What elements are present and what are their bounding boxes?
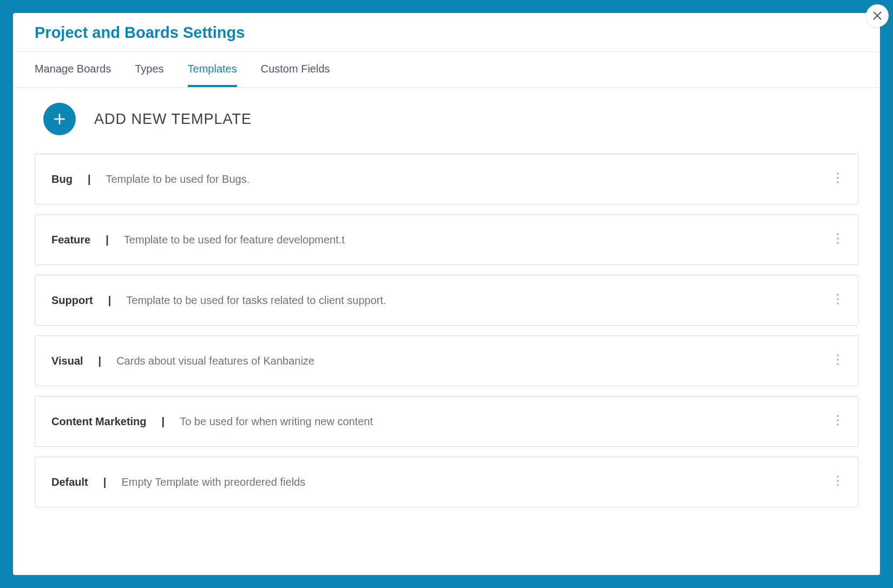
tab-types[interactable]: Types: [135, 52, 163, 87]
separator: |: [103, 476, 107, 488]
template-name: Support: [51, 294, 93, 307]
svg-point-11: [837, 363, 839, 365]
separator: |: [106, 234, 109, 246]
template-info: Support | Template to be used for tasks …: [51, 294, 386, 307]
svg-point-15: [837, 475, 839, 478]
svg-point-17: [837, 484, 839, 486]
template-row[interactable]: Feature | Template to be used for featur…: [35, 214, 858, 265]
tab-custom-fields[interactable]: Custom Fields: [261, 52, 330, 87]
separator: |: [99, 355, 102, 367]
modal-header: Project and Boards Settings: [13, 13, 880, 52]
close-icon: [871, 10, 883, 22]
svg-point-6: [837, 294, 839, 296]
close-button[interactable]: [866, 4, 889, 27]
template-row[interactable]: Default | Empty Template with preordered…: [35, 457, 858, 507]
template-name: Feature: [51, 234, 90, 246]
template-info: Bug | Template to be used for Bugs.: [51, 173, 249, 186]
more-icon: [836, 293, 839, 306]
add-template-button[interactable]: [43, 103, 76, 135]
template-more-button[interactable]: [834, 169, 842, 189]
template-list: Bug | Template to be used for Bugs. Feat…: [35, 154, 858, 507]
svg-point-12: [837, 415, 839, 417]
svg-point-8: [837, 302, 839, 305]
template-description: Cards about visual features of Kanbanize: [116, 355, 314, 367]
more-icon: [836, 474, 839, 487]
template-more-button[interactable]: [834, 412, 842, 431]
separator: |: [162, 415, 165, 428]
more-icon: [836, 414, 839, 427]
separator: |: [88, 173, 91, 186]
svg-point-13: [837, 419, 839, 421]
more-icon: [836, 232, 839, 245]
page-title: Project and Boards Settings: [35, 24, 858, 42]
tabs-bar: Manage Boards Types Templates Custom Fie…: [13, 52, 880, 88]
svg-point-3: [837, 233, 839, 235]
plus-icon: [52, 112, 67, 126]
template-more-button[interactable]: [834, 230, 842, 249]
template-more-button[interactable]: [834, 290, 842, 310]
svg-point-0: [837, 173, 839, 175]
tab-content: ADD NEW TEMPLATE Bug | Template to be us…: [13, 88, 880, 529]
tab-templates[interactable]: Templates: [188, 52, 237, 87]
svg-point-1: [837, 177, 839, 179]
more-icon: [836, 353, 839, 366]
template-row[interactable]: Visual | Cards about visual features of …: [35, 335, 858, 386]
add-template-row: ADD NEW TEMPLATE: [43, 103, 858, 135]
template-more-button[interactable]: [834, 472, 842, 492]
tab-manage-boards[interactable]: Manage Boards: [35, 52, 111, 87]
template-info: Content Marketing | To be used for when …: [51, 415, 373, 428]
separator: |: [108, 294, 111, 307]
template-row[interactable]: Bug | Template to be used for Bugs.: [35, 154, 858, 204]
svg-point-4: [837, 237, 839, 240]
template-description: Template to be used for Bugs.: [106, 173, 250, 186]
template-name: Visual: [51, 355, 83, 367]
template-row[interactable]: Content Marketing | To be used for when …: [35, 396, 858, 447]
template-info: Feature | Template to be used for featur…: [51, 234, 345, 246]
settings-modal: Project and Boards Settings Manage Board…: [13, 13, 880, 575]
template-info: Visual | Cards about visual features of …: [51, 355, 314, 367]
svg-point-7: [837, 298, 839, 300]
template-info: Default | Empty Template with preordered…: [51, 476, 305, 488]
template-more-button[interactable]: [834, 351, 842, 371]
template-name: Default: [51, 476, 88, 488]
template-name: Bug: [51, 173, 73, 186]
template-row[interactable]: Support | Template to be used for tasks …: [35, 275, 858, 326]
template-description: Template to be used for feature developm…: [124, 234, 345, 246]
svg-point-16: [837, 480, 839, 482]
more-icon: [836, 171, 839, 184]
svg-point-10: [837, 359, 839, 361]
svg-point-9: [837, 354, 839, 356]
template-name: Content Marketing: [51, 415, 147, 428]
svg-point-2: [837, 181, 839, 183]
svg-point-14: [837, 424, 839, 426]
template-description: To be used for when writing new content: [180, 415, 373, 428]
template-description: Template to be used for tasks related to…: [126, 294, 386, 307]
svg-point-5: [837, 242, 839, 244]
template-description: Empty Template with preordered fields: [121, 476, 305, 488]
add-template-label: ADD NEW TEMPLATE: [94, 111, 252, 128]
